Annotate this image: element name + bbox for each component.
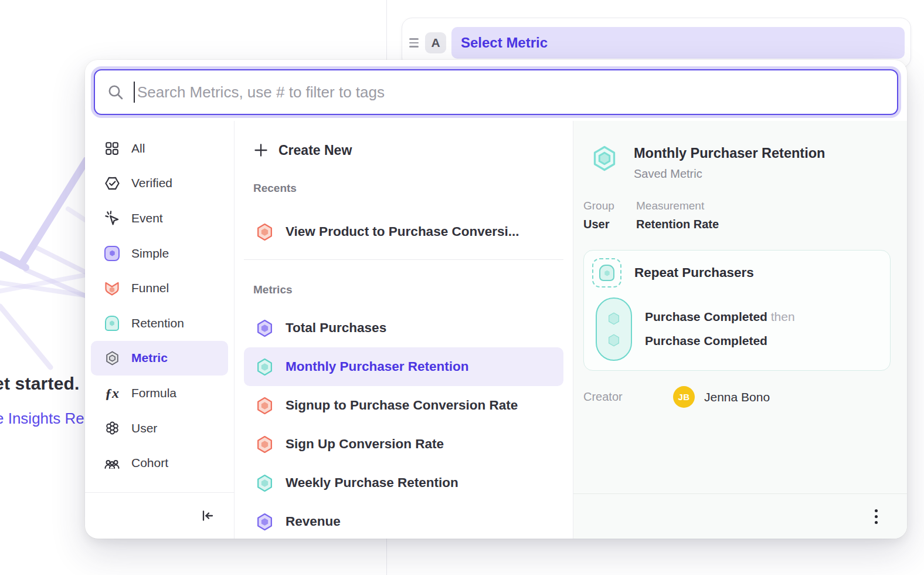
definition-step-2: Purchase Completed: [645, 329, 795, 353]
cursor-click-icon: [104, 210, 120, 226]
cohort-icon: [104, 455, 120, 471]
grid-icon: [104, 141, 120, 156]
search-icon: [107, 83, 124, 101]
sidebar-item-label: Verified: [131, 176, 172, 190]
hexagon-icon: [254, 473, 274, 493]
sidebar-item-label: Funnel: [131, 281, 169, 295]
definition-step-1: Purchase Completed then: [645, 305, 795, 329]
sidebar-item-verified[interactable]: Verified: [91, 166, 228, 201]
metric-item-label: Revenue: [286, 514, 341, 529]
category-sidebar: All Verified Event: [85, 121, 235, 539]
metric-item-label: Signup to Purchase Conversion Rate: [286, 398, 518, 413]
metric-item-monthly-purchaser-retention[interactable]: Monthly Purchaser Retention: [244, 347, 563, 386]
sidebar-item-all[interactable]: All: [91, 131, 228, 166]
sidebar-item-simple[interactable]: Simple: [91, 236, 228, 271]
sidebar-item-label: Formula: [131, 386, 176, 400]
simple-metric-icon: [104, 246, 120, 261]
kebab-icon: [875, 509, 878, 512]
saved-metric-hexagon-icon: [590, 144, 619, 172]
sidebar-item-cohort[interactable]: Cohort: [91, 445, 228, 481]
measurement-label: Measurement: [636, 199, 719, 212]
collapse-panel-button[interactable]: [198, 506, 218, 526]
creator-row: Creator JB Jenna Bono: [583, 386, 865, 408]
sidebar-item-label: Metric: [131, 351, 168, 365]
hexagon-icon: [254, 319, 274, 338]
select-metric-pill[interactable]: Select Metric: [451, 27, 905, 59]
sidebar-item-retention[interactable]: Retention: [91, 306, 228, 341]
hexagon-icon: [254, 396, 274, 415]
create-new-button[interactable]: Create New: [235, 134, 573, 167]
metric-item-revenue[interactable]: Revenue: [244, 502, 563, 539]
metric-picker-modal: All Verified Event: [85, 60, 907, 539]
sidebar-item-formula[interactable]: ƒx Formula: [91, 376, 228, 411]
detail-title: Monthly Purchaser Retention: [634, 144, 825, 161]
definition-card: Repeat Purchasers Purchase Completed the…: [583, 250, 891, 371]
sidebar-item-label: Retention: [131, 316, 184, 330]
detail-footer: [573, 493, 907, 539]
retention-icon: [104, 316, 120, 331]
more-options-button[interactable]: [871, 506, 881, 527]
series-a-badge: A: [425, 32, 446, 53]
search-bar: [94, 69, 898, 115]
search-input[interactable]: [137, 83, 885, 102]
creator-label: Creator: [583, 390, 673, 404]
create-new-label: Create New: [278, 143, 352, 158]
text-caret: [134, 82, 135, 103]
metric-item-total-purchases[interactable]: Total Purchases: [244, 309, 563, 347]
metric-meta: Group User Measurement Retention Rate: [583, 199, 719, 231]
plus-icon: [253, 143, 269, 158]
sidebar-footer: [85, 492, 234, 539]
metric-hexagon-icon: [104, 350, 120, 366]
sidebar-item-event[interactable]: Event: [91, 201, 228, 236]
sidebar-item-funnel[interactable]: Funnel: [91, 270, 228, 306]
metric-item-label: Sign Up Conversion Rate: [286, 437, 444, 452]
metrics-list-panel: Create New Recents View Product to Purch…: [235, 121, 573, 539]
metric-item-weekly-purchase-retention[interactable]: Weekly Purchase Retention: [244, 464, 563, 502]
retention-definition-icon: [592, 258, 621, 288]
metric-item-label: Monthly Purchaser Retention: [286, 359, 469, 374]
verified-badge-icon: [104, 175, 120, 191]
event-sequence-capsule-icon: [596, 297, 632, 361]
hexagon-icon: [254, 357, 274, 377]
background-chart-illustration: [0, 157, 88, 386]
background-insights-link-partial[interactable]: e Insights Re: [0, 410, 84, 428]
background-heading-partial: et started.: [0, 374, 80, 394]
drag-handle-icon[interactable]: [408, 38, 420, 47]
collapse-panel-icon: [200, 508, 215, 523]
section-divider: [244, 259, 563, 260]
metric-item-sign-up-conversion-rate[interactable]: Sign Up Conversion Rate: [244, 425, 563, 464]
formula-icon: ƒx: [104, 386, 120, 400]
hexagon-icon: [254, 512, 274, 532]
sidebar-item-user[interactable]: User: [91, 411, 228, 446]
metric-item-label: Total Purchases: [286, 320, 386, 336]
metric-item-signup-to-purchase-conversion-rate[interactable]: Signup to Purchase Conversion Rate: [244, 386, 563, 425]
sidebar-item-label: All: [131, 141, 145, 155]
metrics-header: Metrics: [253, 283, 573, 297]
user-profiles-icon: [104, 420, 120, 436]
hexagon-icon: [254, 435, 274, 454]
metric-detail-panel: Monthly Purchaser Retention Saved Metric…: [573, 121, 907, 539]
group-value: User: [583, 218, 622, 231]
metric-item-label: Weekly Purchase Retention: [286, 475, 458, 491]
step-connector: then: [771, 310, 795, 323]
recent-item[interactable]: View Product to Purchase Conversi...: [244, 212, 563, 251]
hexagon-icon: [254, 222, 274, 242]
sidebar-item-label: Simple: [131, 246, 169, 261]
funnel-icon: [104, 280, 120, 296]
definition-title: Repeat Purchasers: [634, 265, 754, 280]
measurement-value: Retention Rate: [636, 218, 719, 231]
sidebar-item-label: User: [131, 421, 157, 435]
sidebar-item-label: Cohort: [131, 456, 168, 470]
recents-header: Recents: [253, 182, 573, 196]
creator-name: Jenna Bono: [704, 390, 770, 404]
detail-subtitle: Saved Metric: [634, 167, 825, 181]
recent-item-label: View Product to Purchase Conversi...: [286, 224, 519, 239]
sidebar-item-label: Event: [131, 211, 163, 225]
group-label: Group: [583, 199, 622, 212]
creator-avatar: JB: [673, 386, 695, 408]
sidebar-item-metric[interactable]: Metric: [91, 341, 228, 376]
